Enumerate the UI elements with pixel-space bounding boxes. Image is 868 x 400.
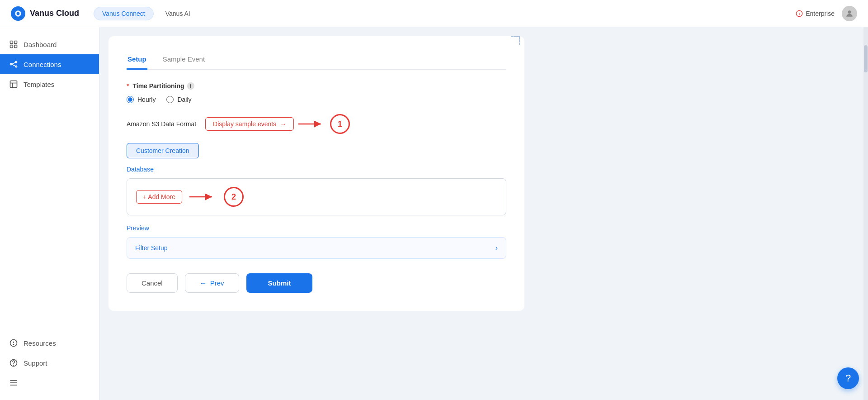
main-content: Setup Sample Event * Time Partitioning i…: [99, 27, 868, 400]
nav-right: i Enterprise: [796, 6, 857, 21]
tab-sample-event[interactable]: Sample Event: [162, 51, 206, 70]
red-arrow-2-svg: [189, 191, 217, 202]
time-partitioning-text: Time Partitioning: [132, 82, 184, 90]
resources-icon: [9, 338, 18, 348]
amazon-s3-label: Amazon S3 Data Format: [127, 120, 196, 128]
footer-buttons: Cancel ← Prev Submit: [127, 273, 506, 293]
hourly-radio-label[interactable]: Hourly: [127, 96, 156, 103]
prev-label: Prev: [210, 279, 224, 287]
svg-point-11: [15, 66, 17, 67]
hourly-label: Hourly: [137, 96, 156, 103]
daily-radio-label[interactable]: Daily: [166, 96, 191, 103]
data-format-row: Amazon S3 Data Format Display sample eve…: [127, 114, 506, 134]
svg-rect-7: [10, 45, 13, 48]
required-star: *: [127, 82, 129, 90]
main-layout: Dashboard Connections: [0, 27, 868, 400]
templates-icon: [9, 80, 18, 89]
time-partitioning-radio-group: Hourly Daily: [127, 96, 506, 103]
svg-point-21: [14, 365, 14, 366]
user-avatar[interactable]: [842, 6, 857, 21]
brand-logo: [11, 6, 25, 21]
user-icon: [845, 9, 854, 18]
scrollbar-thumb[interactable]: [864, 45, 868, 72]
tab-setup[interactable]: Setup: [127, 51, 147, 70]
filter-setup-row[interactable]: Filter Setup ›: [127, 237, 506, 259]
sidebar-item-menu[interactable]: [0, 373, 99, 393]
brand-name: Vanus Cloud: [30, 9, 79, 18]
svg-rect-5: [10, 41, 13, 44]
corner-decoration: [511, 36, 520, 45]
enterprise-badge: i Enterprise: [796, 10, 835, 17]
sidebar-resources-label: Resources: [24, 339, 56, 347]
svg-text:i: i: [799, 11, 800, 16]
step-1-number: 1: [338, 119, 342, 129]
display-events-text: Display sample events: [213, 120, 276, 128]
database-section-label: Database: [127, 166, 506, 173]
sidebar-dashboard-label: Dashboard: [24, 41, 57, 48]
preview-label: Preview: [127, 224, 506, 232]
red-arrow-svg: [298, 119, 326, 129]
arrow-right-icon: →: [280, 120, 286, 128]
time-partitioning-label: * Time Partitioning i: [127, 82, 506, 90]
vanus-ai-btn[interactable]: Vanus AI: [157, 7, 198, 20]
sidebar-support-label: Support: [24, 359, 47, 367]
daily-label: Daily: [177, 96, 191, 103]
vanus-connect-btn[interactable]: Vanus Connect: [94, 7, 154, 20]
sidebar-item-resources[interactable]: Resources: [0, 333, 99, 353]
info-circle-icon: i: [796, 10, 803, 17]
top-navigation: Vanus Cloud Vanus Connect Vanus AI i Ent…: [0, 0, 868, 27]
support-icon: [9, 358, 18, 367]
database-add-box: + Add More 2: [127, 178, 506, 215]
logo-icon: [14, 9, 23, 18]
right-scrollbar: [863, 27, 868, 400]
connections-icon: [9, 60, 18, 69]
prev-arrow-icon: ←: [200, 279, 207, 287]
svg-point-10: [15, 61, 17, 62]
svg-point-1: [17, 12, 20, 15]
chevron-right-icon: ›: [495, 244, 498, 252]
step-2-number: 2: [231, 192, 236, 202]
display-sample-events-btn[interactable]: Display sample events →: [205, 117, 294, 131]
setup-card: Setup Sample Event * Time Partitioning i…: [108, 36, 524, 311]
filter-setup-label: Filter Setup: [135, 244, 168, 252]
sidebar-connections-label: Connections: [24, 61, 61, 68]
svg-line-13: [12, 64, 15, 66]
sidebar-bottom: Resources Support: [0, 333, 99, 393]
svg-line-12: [12, 62, 15, 64]
nav-buttons: Vanus Connect Vanus AI: [94, 7, 198, 20]
sidebar-item-support[interactable]: Support: [0, 353, 99, 373]
svg-rect-6: [14, 41, 17, 44]
step-1-badge: 1: [330, 114, 350, 134]
sidebar: Dashboard Connections: [0, 27, 99, 400]
chat-button[interactable]: ?: [837, 367, 859, 389]
cancel-button[interactable]: Cancel: [127, 273, 178, 293]
sidebar-templates-label: Templates: [24, 81, 54, 88]
sidebar-item-connections[interactable]: Connections: [0, 54, 99, 74]
add-more-row: + Add More 2: [136, 187, 244, 207]
enterprise-label: Enterprise: [806, 10, 835, 17]
submit-button[interactable]: Submit: [246, 273, 313, 293]
prev-button[interactable]: ← Prev: [185, 273, 239, 293]
sidebar-item-dashboard[interactable]: Dashboard: [0, 34, 99, 54]
svg-point-4: [848, 10, 851, 14]
add-more-btn[interactable]: + Add More: [136, 190, 182, 204]
svg-rect-8: [14, 45, 17, 48]
info-icon: i: [187, 82, 194, 90]
tab-bar: Setup Sample Event: [127, 51, 506, 70]
display-events-annotation: Display sample events → 1: [205, 114, 350, 134]
step-2-badge: 2: [224, 187, 244, 207]
menu-icon: [9, 378, 18, 387]
event-tabs-row: Customer Creation: [127, 143, 506, 158]
daily-radio[interactable]: [166, 96, 174, 103]
dashboard-icon: [9, 40, 18, 49]
svg-rect-14: [10, 81, 17, 88]
sidebar-item-templates[interactable]: Templates: [0, 74, 99, 94]
customer-creation-tab[interactable]: Customer Creation: [127, 143, 199, 158]
brand-logo-area: Vanus Cloud: [11, 6, 79, 21]
hourly-radio[interactable]: [127, 96, 134, 103]
svg-point-9: [10, 63, 12, 65]
